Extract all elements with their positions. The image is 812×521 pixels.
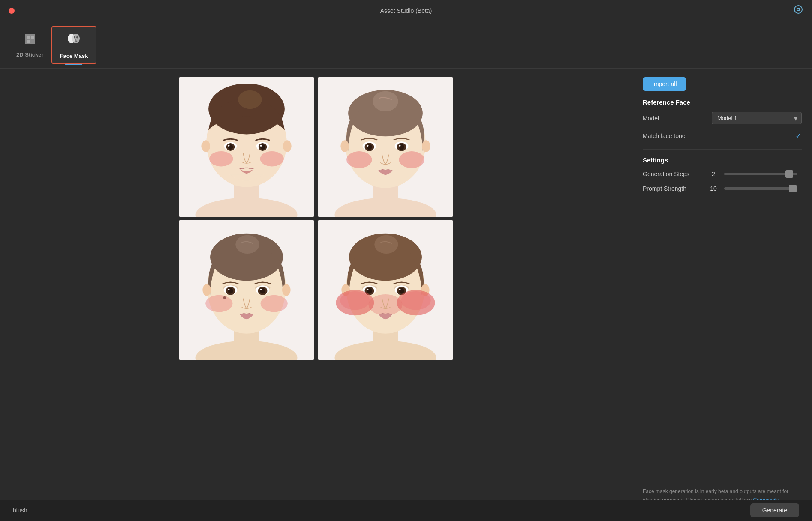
generation-steps-track (724, 173, 797, 175)
match-face-tone-checkmark[interactable]: ✓ (795, 131, 802, 141)
svg-point-72 (374, 235, 398, 254)
svg-point-80 (367, 289, 369, 290)
tab-face-mask[interactable]: Face Mask (51, 26, 97, 64)
import-all-button[interactable]: Import all (643, 77, 686, 91)
right-panel: Import all Reference Face Model Model 1 … (632, 69, 812, 521)
svg-rect-3 (27, 36, 30, 39)
image-cell-2[interactable] (318, 77, 453, 217)
prompt-strength-row: Prompt Strength 10 (643, 184, 802, 193)
settings-title: Settings (643, 156, 802, 164)
svg-point-39 (367, 145, 369, 147)
main-layout: Import all Reference Face Model Model 1 … (0, 69, 812, 521)
window-controls (9, 8, 15, 14)
app-title: Asset Studio (Beta) (380, 7, 432, 14)
image-cell-4[interactable] (318, 220, 453, 360)
svg-point-0 (794, 6, 802, 13)
tab-bar: 2D Sticker Face Mask (0, 21, 812, 69)
svg-point-27 (260, 151, 284, 167)
svg-rect-5 (27, 40, 30, 43)
model-row: Model Model 1 Model 2 Model 3 (643, 112, 802, 124)
svg-point-51 (235, 235, 259, 254)
svg-point-52 (202, 284, 211, 296)
svg-point-89 (369, 294, 403, 315)
svg-point-65 (205, 295, 232, 312)
close-button[interactable] (9, 8, 15, 14)
svg-point-44 (346, 151, 372, 168)
svg-point-88 (401, 291, 431, 310)
image-grid (179, 77, 453, 360)
prompt-strength-slider-wrap (724, 184, 797, 193)
prompt-strength-value: 10 (707, 185, 720, 192)
tab-2d-sticker[interactable]: 2D Sticker (9, 28, 51, 62)
settings-icon[interactable] (793, 4, 803, 17)
svg-point-21 (228, 145, 230, 147)
svg-point-9 (76, 36, 78, 38)
bottom-bar: blush Generate (0, 500, 812, 521)
svg-rect-4 (31, 36, 34, 39)
match-face-tone-label: Match face tone (643, 132, 686, 139)
prompt-strength-thumb[interactable] (789, 185, 797, 192)
svg-point-16 (201, 140, 210, 152)
prompt-strength-label: Prompt Strength (643, 185, 707, 192)
model-label: Model (643, 115, 659, 122)
model-dropdown-wrap: Model 1 Model 2 Model 3 (712, 112, 802, 124)
model-select[interactable]: Model 1 Model 2 Model 3 (712, 112, 802, 124)
svg-point-43 (399, 145, 401, 147)
svg-point-25 (260, 145, 262, 147)
prompt-strength-track (724, 187, 797, 190)
svg-point-8 (74, 36, 75, 38)
svg-point-35 (422, 140, 430, 152)
svg-point-66 (261, 295, 288, 312)
generation-steps-thumb[interactable] (785, 170, 793, 178)
title-bar: Asset Studio (Beta) (0, 0, 812, 21)
svg-point-45 (399, 151, 424, 168)
svg-point-86 (340, 291, 370, 310)
svg-point-63 (260, 289, 262, 290)
reference-face-title: Reference Face (643, 99, 802, 106)
generation-steps-label: Generation Steps (643, 171, 707, 177)
svg-point-34 (340, 140, 349, 152)
generation-steps-slider-wrap (724, 170, 797, 178)
svg-point-1 (797, 8, 800, 11)
generation-steps-value: 2 (707, 171, 720, 177)
sticker-icon (23, 32, 37, 49)
generate-button[interactable]: Generate (750, 503, 799, 517)
svg-point-59 (228, 289, 230, 290)
svg-point-84 (399, 289, 401, 290)
svg-point-33 (373, 91, 398, 111)
svg-point-53 (282, 284, 291, 296)
svg-point-15 (238, 90, 262, 109)
face-mask-icon (66, 31, 82, 50)
prompt-text: blush (13, 507, 27, 514)
content-area (0, 69, 632, 521)
divider (643, 149, 802, 150)
image-cell-3[interactable] (179, 220, 314, 360)
tab-face-mask-label: Face Mask (60, 53, 88, 59)
svg-point-17 (283, 140, 292, 152)
tab-2d-sticker-label: 2D Sticker (16, 51, 44, 58)
generation-steps-row: Generation Steps 2 (643, 170, 802, 178)
match-face-tone-row: Match face tone ✓ (643, 131, 802, 141)
image-cell-1[interactable] (179, 77, 314, 217)
svg-point-26 (209, 151, 233, 167)
